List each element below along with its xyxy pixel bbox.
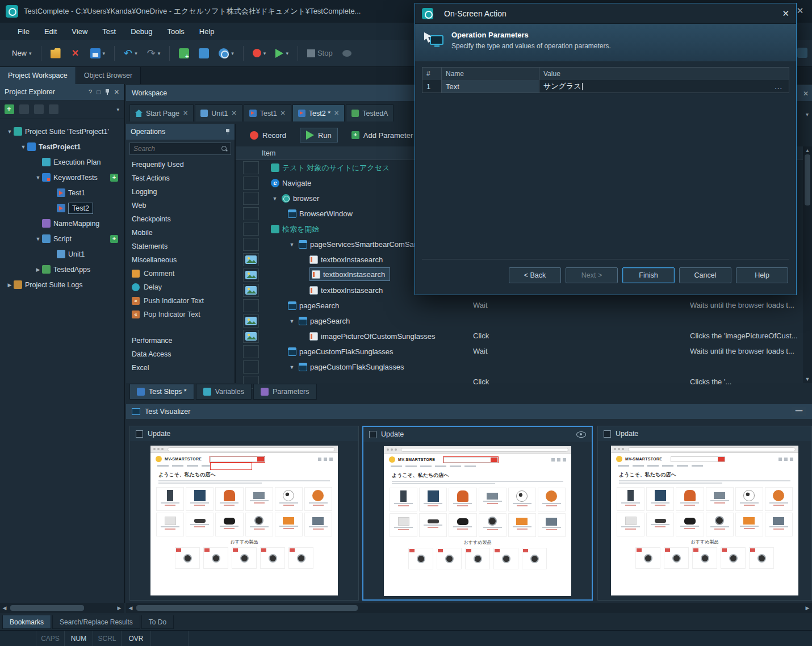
- op-item-push-indicator-text[interactable]: »Push Indicator Text: [126, 294, 235, 308]
- step-image-thumb[interactable]: [245, 332, 257, 341]
- test-step-row[interactable]: ▼pageCustomFlakSunglasses: [236, 359, 812, 375]
- doc-tab-test1[interactable]: Test1✕: [244, 104, 291, 121]
- op-category-checkpoints[interactable]: Checkpoints: [126, 212, 235, 226]
- chevron-down-icon[interactable]: ▾: [286, 51, 288, 56]
- parameter-name-cell[interactable]: Text: [442, 80, 539, 93]
- new-button[interactable]: New▾: [8, 44, 36, 63]
- visualizer-frame-2-selected[interactable]: Update mv-smartstore ようこそ、私たちの店へ: [362, 426, 593, 601]
- tab-project-workspace[interactable]: Project Workspace: [0, 67, 76, 84]
- cancel-button[interactable]: Cancel: [679, 267, 731, 283]
- tree-item-script[interactable]: ▼Script+: [0, 231, 124, 246]
- tab-search-replace-results[interactable]: Search/Replace Results: [52, 615, 140, 629]
- toolbar-right-partial-icon[interactable]: [797, 48, 807, 58]
- visualizer-frame-3[interactable]: Update mv-smartstore ようこそ、私たちの店へ: [597, 426, 812, 601]
- ellipsis-button[interactable]: ...: [772, 82, 785, 91]
- run-toolbar-button[interactable]: ▾: [271, 44, 292, 63]
- stop-button[interactable]: Stop: [303, 44, 337, 63]
- chevron-down-icon[interactable]: ▾: [158, 51, 161, 56]
- dialog-title-bar[interactable]: On-Screen Action ✕: [415, 3, 796, 24]
- op-category-excel[interactable]: Excel: [126, 361, 235, 375]
- add-existing-item-icon[interactable]: [19, 104, 29, 114]
- expand-arrow-icon[interactable]: ▼: [288, 242, 296, 248]
- tab-bookmarks[interactable]: Bookmarks: [2, 615, 51, 629]
- menu-test[interactable]: Test: [95, 23, 123, 40]
- tree-item-keywordtests[interactable]: ▼KeywordTests+: [0, 170, 124, 185]
- op-category-frequently-used[interactable]: Frequently Used: [126, 158, 235, 171]
- op-item-comment[interactable]: Comment: [126, 267, 235, 280]
- menu-help[interactable]: Help: [192, 23, 222, 40]
- chevron-down-icon[interactable]: ▾: [116, 107, 119, 112]
- expand-arrow-icon[interactable]: ▼: [6, 129, 14, 135]
- open-button[interactable]: [47, 44, 65, 63]
- scroll-left-icon[interactable]: ◀: [126, 605, 135, 611]
- run-button[interactable]: Run: [300, 128, 338, 142]
- doc-tab-test2[interactable]: Test2 *✕: [292, 104, 345, 121]
- test-step-row[interactable]: pageSearchWaitWaits until the browser lo…: [236, 298, 812, 313]
- grid-vertical-scrollbar[interactable]: ▲ ▼: [803, 146, 812, 383]
- step-image-thumb[interactable]: [245, 317, 257, 325]
- frame-thumbnail-area[interactable]: mv-smartstore ようこそ、私たちの店へ おすすめ製品: [130, 441, 358, 595]
- tab-parameters[interactable]: Parameters: [253, 384, 317, 400]
- close-tab-icon[interactable]: ✕: [334, 110, 339, 117]
- tab-overflow-chevron-icon[interactable]: ▾: [806, 111, 809, 118]
- expand-arrow-icon[interactable]: ▼: [288, 364, 296, 370]
- collapse-arrow-icon[interactable]: ▶: [6, 282, 14, 288]
- pin-icon[interactable]: [105, 89, 110, 95]
- expand-arrow-icon[interactable]: ▼: [288, 318, 296, 324]
- chevron-down-icon[interactable]: ▾: [103, 51, 106, 56]
- close-project-button[interactable]: ✕: [66, 44, 85, 63]
- parameter-row[interactable]: 1 Text サングラス ...: [422, 80, 789, 93]
- op-category-miscellaneous[interactable]: Miscellaneous: [126, 253, 235, 267]
- rename-item-icon[interactable]: [34, 104, 44, 114]
- doc-tab-testedapps[interactable]: TestedA: [346, 104, 394, 121]
- undo-button[interactable]: ↶▾: [120, 44, 141, 63]
- scroll-down-icon[interactable]: ▼: [803, 376, 812, 382]
- tree-item-test1[interactable]: Test1: [0, 185, 124, 200]
- scrollbar-thumb[interactable]: [136, 605, 358, 611]
- parameter-value-cell[interactable]: サングラス ...: [539, 80, 789, 93]
- scroll-right-icon[interactable]: ▶: [115, 605, 124, 611]
- test-step-row[interactable]: ▼pageSearch: [236, 313, 812, 329]
- tab-to-do[interactable]: To Do: [141, 615, 174, 629]
- menu-debug[interactable]: Debug: [123, 23, 160, 40]
- frame-thumbnail-area[interactable]: mv-smartstore ようこそ、私たちの店へ おすすめ製品: [598, 441, 811, 595]
- update-checkbox[interactable]: [369, 431, 376, 438]
- save-button[interactable]: ▾: [86, 44, 110, 63]
- tree-item-project-suite[interactable]: ▼Project Suite 'TestProject1': [0, 124, 124, 139]
- test-step-row[interactable]: pageCustomFlakSunglassesWaitWaits until …: [236, 344, 812, 359]
- op-category-test-actions[interactable]: Test Actions: [126, 171, 235, 185]
- op-category-logging[interactable]: Logging: [126, 185, 235, 199]
- add-parameter-button[interactable]: +Add Parameter: [346, 129, 418, 142]
- workspace-close-icon[interactable]: ✕: [803, 90, 809, 98]
- operations-search-box[interactable]: [129, 142, 231, 155]
- menu-edit[interactable]: Edit: [37, 23, 64, 40]
- update-checkbox[interactable]: [136, 430, 143, 438]
- expand-arrow-icon[interactable]: ▼: [271, 196, 279, 202]
- collapse-arrow-icon[interactable]: ▶: [34, 267, 42, 272]
- op-item-delay[interactable]: Delay: [126, 280, 235, 294]
- back-button[interactable]: < Back: [509, 267, 561, 283]
- expand-arrow-icon[interactable]: ▼: [34, 236, 42, 242]
- close-tab-icon[interactable]: ✕: [183, 110, 188, 117]
- scroll-right-icon[interactable]: ▶: [803, 605, 812, 611]
- add-script-unit-icon[interactable]: +: [110, 235, 118, 243]
- chevron-down-icon[interactable]: ▾: [263, 51, 266, 56]
- op-item-pop-indicator-text[interactable]: «Pop Indicator Text: [126, 308, 235, 321]
- close-tab-icon[interactable]: ✕: [281, 110, 286, 117]
- visualizer-frame-1[interactable]: Update mv-smartstore ようこそ、私たちの店へ: [129, 426, 359, 601]
- menu-view[interactable]: View: [64, 23, 95, 40]
- search-input[interactable]: [133, 145, 221, 153]
- float-window-icon[interactable]: □: [97, 89, 101, 95]
- expand-arrow-icon[interactable]: ▼: [34, 175, 42, 181]
- doc-tab-start-page[interactable]: Start Page✕: [129, 104, 194, 121]
- scroll-up-icon[interactable]: ▲: [803, 148, 812, 153]
- add-new-item-icon[interactable]: [5, 104, 14, 114]
- tree-item-unit1[interactable]: Unit1: [0, 246, 124, 262]
- frame-thumbnail-area[interactable]: mv-smartstore ようこそ、私たちの店へ おすすめ製品: [363, 442, 592, 596]
- tab-variables[interactable]: Variables: [196, 384, 252, 400]
- close-icon[interactable]: ✕: [114, 89, 119, 96]
- explorer-horizontal-scrollbar[interactable]: ◀ ▶: [0, 603, 124, 613]
- test-step-row[interactable]: imagePictureOfCustomSunglassesClickClick…: [236, 329, 812, 344]
- eye-icon[interactable]: [576, 431, 586, 438]
- visualizer-horizontal-scrollbar[interactable]: ◀ ▶: [126, 603, 812, 613]
